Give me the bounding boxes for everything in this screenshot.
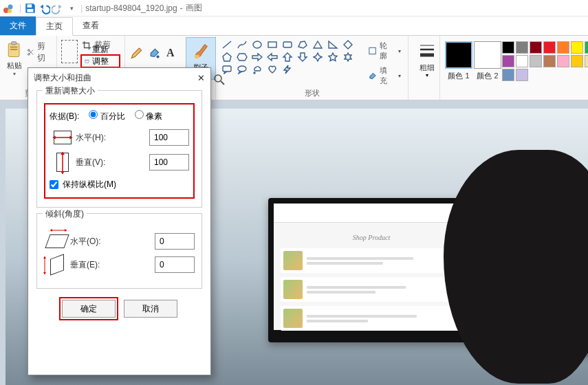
shape-triangle-icon[interactable] xyxy=(312,40,323,50)
vertical-e-input[interactable] xyxy=(155,256,195,273)
resize-button-highlighted[interactable]: 重新调整大小 xyxy=(80,54,120,68)
svg-rect-3 xyxy=(28,4,32,8)
separator: - xyxy=(180,3,183,13)
horizontal-o-input[interactable] xyxy=(155,233,195,250)
shape-outline-button[interactable]: 轮廓▾ xyxy=(367,40,402,62)
shape-star5-icon[interactable] xyxy=(327,52,338,62)
qat-dropdown-icon[interactable]: ▾ xyxy=(65,2,78,14)
palette-swatch[interactable] xyxy=(502,55,514,67)
shape-oval-icon[interactable] xyxy=(252,40,263,50)
radio-percent-input[interactable] xyxy=(89,110,98,119)
svg-point-15 xyxy=(156,55,159,58)
palette-swatch[interactable] xyxy=(543,41,556,54)
palette-swatch[interactable] xyxy=(516,41,528,54)
shapes-gallery[interactable] xyxy=(220,37,364,77)
color1-label: 颜色 1 xyxy=(448,72,469,80)
vertical-e-label: 垂直(E): xyxy=(70,259,155,271)
paste-button[interactable]: 粘贴 ▾ xyxy=(4,37,25,77)
shape-star4-icon[interactable] xyxy=(312,52,323,62)
palette-swatch[interactable] xyxy=(502,69,514,81)
shape-heart-icon[interactable] xyxy=(267,65,278,74)
shape-callout-cloud-icon[interactable] xyxy=(252,65,263,74)
shape-polygon-icon[interactable] xyxy=(297,40,308,50)
chevron-down-icon: ▾ xyxy=(398,73,401,79)
palette-swatch[interactable] xyxy=(502,41,514,54)
text-icon[interactable]: A xyxy=(163,45,177,60)
shape-fill-button[interactable]: 填充▾ xyxy=(367,65,402,87)
group-colors: 颜色 1 颜色 2 颜 xyxy=(440,36,588,100)
document-filename: startup-849804_1920.jpg xyxy=(85,3,177,13)
palette-swatch[interactable] xyxy=(585,55,588,67)
magnifier-icon[interactable] xyxy=(213,74,226,86)
vertical-resize-icon xyxy=(56,153,69,172)
resize-icon xyxy=(85,56,89,66)
svg-point-16 xyxy=(195,55,200,59)
size-button[interactable]: 粗细 ▾ xyxy=(413,37,442,78)
shape-callout-rrect-icon[interactable] xyxy=(221,65,232,74)
palette-swatch[interactable] xyxy=(543,55,556,67)
separator: | xyxy=(80,3,83,13)
shape-diamond-icon[interactable] xyxy=(342,40,353,50)
tab-home[interactable]: 主页 xyxy=(36,17,73,36)
vertical-v-input[interactable] xyxy=(149,154,189,170)
palette-swatch[interactable] xyxy=(557,55,569,67)
fill-icon[interactable] xyxy=(146,45,161,60)
shape-rect-icon[interactable] xyxy=(267,40,278,50)
tab-file[interactable]: 文件 xyxy=(0,16,36,35)
quick-access-toolbar: ▾ xyxy=(24,2,78,14)
svg-rect-8 xyxy=(10,49,18,50)
radio-pixels[interactable]: 像素 xyxy=(135,110,162,122)
shape-star6-icon[interactable] xyxy=(342,52,353,62)
maintain-aspect-checkbox[interactable] xyxy=(50,180,58,189)
horizontal-resize-icon xyxy=(54,131,72,144)
palette-swatch[interactable] xyxy=(585,41,588,54)
palette-swatch[interactable] xyxy=(571,41,583,54)
shape-arrow-up-icon[interactable] xyxy=(282,52,293,62)
redo-icon[interactable] xyxy=(52,2,64,14)
close-icon[interactable]: ✕ xyxy=(197,73,205,83)
save-icon[interactable] xyxy=(24,2,36,14)
svg-rect-4 xyxy=(28,9,34,12)
outline-icon xyxy=(368,46,377,56)
shape-rtri-icon[interactable] xyxy=(327,40,338,50)
chevron-down-icon: ▾ xyxy=(13,71,16,77)
radio-percent[interactable]: 百分比 xyxy=(89,110,124,122)
shape-pentagon-icon[interactable] xyxy=(221,52,232,62)
undo-icon[interactable] xyxy=(38,2,50,14)
palette-swatch[interactable] xyxy=(530,55,542,67)
horizontal-h-input[interactable] xyxy=(149,129,189,146)
fill-label: 填充 xyxy=(380,65,394,86)
palette-swatch[interactable] xyxy=(530,41,542,54)
resize-skew-dialog: 调整大小和扭曲 ✕ 重新调整大小 依据(B): 百分比 像素 水平(H): 垂直… xyxy=(28,67,211,375)
radio-percent-label: 百分比 xyxy=(100,111,125,121)
resize-legend: 重新调整大小 xyxy=(43,85,98,97)
shape-arrow-down-icon[interactable] xyxy=(297,52,308,62)
palette-swatch[interactable] xyxy=(557,41,569,54)
color1-button[interactable]: 颜色 1 xyxy=(444,37,473,80)
radio-pixels-input[interactable] xyxy=(135,110,144,119)
cancel-button[interactable]: 取消 xyxy=(124,300,177,318)
color2-button[interactable]: 颜色 2 xyxy=(473,37,502,80)
skew-groupbox: 倾斜(角度) 水平(O): 垂直(E): xyxy=(36,213,202,289)
shape-curve-icon[interactable] xyxy=(237,40,248,50)
shape-line-icon[interactable] xyxy=(221,40,232,50)
title-bar: | ▾ | startup-849804_1920.jpg - 画图 xyxy=(0,0,588,16)
shape-roundrect-icon[interactable] xyxy=(282,40,293,50)
shape-lightning-icon[interactable] xyxy=(282,65,293,74)
shape-arrow-left-icon[interactable] xyxy=(267,52,278,62)
ribbon-tabs: 文件 主页 查看 xyxy=(0,16,588,36)
select-tool[interactable] xyxy=(61,40,78,63)
palette-swatch[interactable] xyxy=(516,55,528,67)
by-label: 依据(B): xyxy=(50,111,79,122)
palette-swatch[interactable] xyxy=(571,55,583,67)
pencil-icon[interactable] xyxy=(129,45,144,60)
cut-button[interactable]: 剪切 xyxy=(25,40,52,65)
group-label-shapes: 形状 xyxy=(216,88,408,98)
shape-callout-oval-icon[interactable] xyxy=(237,65,248,74)
tab-view[interactable]: 查看 xyxy=(73,16,109,35)
palette-swatch[interactable] xyxy=(516,69,528,81)
shape-hexagon-icon[interactable] xyxy=(237,52,248,62)
vertical-skew-icon xyxy=(47,258,67,272)
shape-arrow-right-icon[interactable] xyxy=(252,52,263,62)
ok-button[interactable]: 确定 xyxy=(62,300,116,318)
